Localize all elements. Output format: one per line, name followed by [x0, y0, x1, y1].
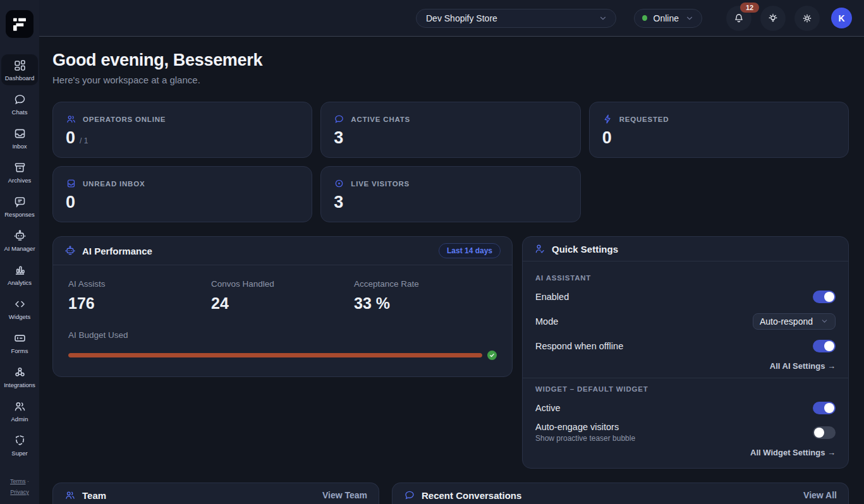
stat-label: LIVE VISITORS: [351, 180, 410, 188]
setting-row-enabled: Enabled: [535, 284, 836, 309]
page-subtitle: Here's your workspace at a glance.: [52, 75, 849, 85]
stat-value: 3: [334, 193, 343, 212]
view-team-link[interactable]: View Team: [322, 490, 367, 500]
people-icon: [13, 400, 27, 413]
all-ai-settings-link[interactable]: All AI Settings →: [535, 361, 836, 371]
sidebar-item-label: Super: [11, 450, 27, 457]
sidebar-item-inbox[interactable]: Inbox: [1, 123, 38, 153]
robot-icon: [13, 229, 27, 243]
stats-grid: OPERATORS ONLINE 0 / 1 ACTIVE CHATS 3 RE…: [52, 102, 849, 222]
avatar-initial: K: [838, 13, 844, 23]
setting-row-auto-engage: Auto-engage visitors Show proactive teas…: [535, 420, 836, 445]
stat-value: 3: [334, 128, 343, 148]
sidebar-item-label: Archives: [8, 177, 31, 184]
logo-f-icon: [10, 15, 29, 33]
sidebar: Dashboard Chats Inbox Archives Responses…: [0, 0, 39, 504]
shield-icon: [13, 434, 27, 447]
chat-icon: [334, 114, 344, 124]
terms-link[interactable]: Terms: [10, 478, 26, 484]
sidebar-item-label: Responses: [4, 211, 35, 218]
enabled-toggle[interactable]: [813, 291, 836, 303]
panels-row: AI Performance Last 14 days AI Assists 1…: [52, 236, 849, 469]
setting-label: Respond when offline: [535, 341, 623, 351]
topbar: Dev Shopify Store Online 12 K: [39, 0, 864, 37]
stat-card-requested: REQUESTED 0: [589, 102, 849, 158]
all-widget-settings-link[interactable]: All Widget Settings →: [535, 448, 836, 457]
notifications-button[interactable]: 12: [726, 6, 751, 31]
sidebar-item-admin[interactable]: Admin: [1, 395, 38, 426]
chat-icon: [13, 93, 27, 106]
code-icon: [13, 297, 27, 311]
setting-label: Auto-engage visitors: [535, 422, 635, 432]
stat-card-unread-inbox: UNREAD INBOX 0: [52, 166, 312, 222]
notification-count-badge: 12: [740, 3, 759, 13]
stat-label: ACTIVE CHATS: [351, 116, 410, 123]
team-panel: Team View Team: [52, 483, 379, 504]
sidebar-item-forms[interactable]: Forms: [1, 327, 38, 358]
privacy-link[interactable]: Privacy: [10, 489, 29, 495]
sidebar-item-chats[interactable]: Chats: [1, 88, 38, 119]
gear-icon: [801, 13, 813, 24]
sidebar-item-responses[interactable]: Responses: [1, 191, 38, 222]
stat-value: 0: [66, 193, 75, 212]
sidebar-footer: Terms · Privacy: [10, 476, 29, 504]
sidebar-item-ai-manager[interactable]: AI Manager: [1, 225, 38, 256]
stat-card-live-visitors: LIVE VISITORS 3: [320, 166, 580, 222]
sidebar-nav: Dashboard Chats Inbox Archives Responses…: [0, 54, 39, 460]
view-all-link[interactable]: View All: [803, 490, 837, 500]
inbox-icon: [13, 127, 27, 140]
metric-ai-assists: AI Assists 176: [68, 279, 211, 313]
mode-select[interactable]: Auto-respond: [753, 313, 836, 330]
sidebar-item-integrations[interactable]: Integrations: [1, 361, 38, 392]
section-divider: [523, 378, 848, 378]
sidebar-item-label: Admin: [11, 416, 28, 423]
sidebar-item-widgets[interactable]: Widgets: [1, 293, 38, 324]
sidebar-item-label: Analytics: [8, 279, 32, 286]
setting-row-respond-offline: Respond when offline: [535, 333, 836, 358]
sidebar-item-label: Inbox: [12, 143, 27, 150]
archive-icon: [13, 161, 27, 174]
form-field-icon: [13, 332, 27, 345]
widget-active-toggle[interactable]: [813, 402, 836, 414]
metric-value: 33 %: [354, 294, 497, 313]
robot-icon: [64, 245, 76, 256]
sidebar-item-dashboard[interactable]: Dashboard: [1, 54, 38, 85]
store-selector[interactable]: Dev Shopify Store: [416, 9, 616, 28]
person-check-icon: [534, 243, 545, 255]
lightbulb-icon: [767, 13, 779, 24]
dashboard-content: Good evening, Bessemerk Here's your work…: [39, 37, 864, 504]
stat-value: 0: [602, 128, 612, 148]
app-logo[interactable]: [6, 10, 33, 38]
chat-icon: [404, 489, 415, 501]
stat-label: OPERATORS ONLINE: [83, 116, 166, 123]
chevron-down-icon: [820, 317, 829, 325]
setting-row-active: Active: [535, 395, 836, 420]
check-circle-icon: [487, 351, 497, 360]
budget-progress-bar: [68, 353, 482, 357]
metric-acceptance-rate: Acceptance Rate 33 %: [354, 279, 497, 313]
metric-label: Acceptance Rate: [354, 279, 497, 289]
stat-card-operators-online: OPERATORS ONLINE 0 / 1: [52, 102, 312, 158]
page-title: Good evening, Bessemerk: [52, 51, 849, 70]
settings-button[interactable]: [794, 6, 820, 31]
stat-label: REQUESTED: [619, 116, 669, 123]
date-range-badge: Last 14 days: [439, 243, 501, 258]
quick-settings-panel: Quick Settings AI ASSISTANT Enabled Mode…: [522, 236, 849, 469]
sidebar-item-label: Dashboard: [5, 75, 34, 81]
panel-title: Team: [82, 490, 106, 501]
tips-button[interactable]: [760, 6, 786, 31]
status-selector[interactable]: Online: [634, 9, 702, 28]
inbox-tray-icon: [66, 178, 76, 189]
metric-label: AI Assists: [68, 279, 211, 289]
ai-performance-panel: AI Performance Last 14 days AI Assists 1…: [52, 236, 513, 377]
sidebar-item-archives[interactable]: Archives: [1, 157, 38, 188]
auto-engage-toggle[interactable]: [813, 426, 836, 439]
online-status-dot: [642, 15, 647, 21]
user-avatar[interactable]: K: [831, 8, 852, 28]
dashboard-icon: [13, 59, 27, 72]
sidebar-item-super[interactable]: Super: [1, 429, 38, 460]
sidebar-item-analytics[interactable]: Analytics: [1, 259, 38, 290]
respond-when-offline-toggle[interactable]: [813, 340, 836, 352]
setting-label: Enabled: [535, 292, 569, 302]
metric-label: Convos Handled: [211, 279, 354, 289]
